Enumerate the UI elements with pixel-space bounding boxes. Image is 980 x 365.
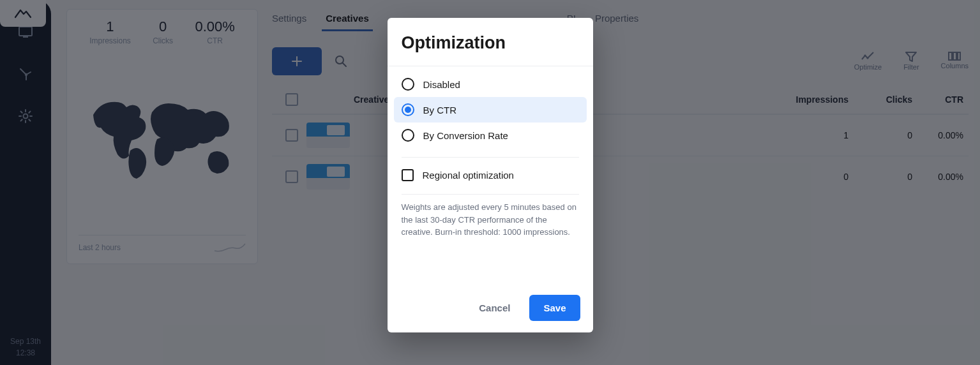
save-button[interactable]: Save [529,295,580,321]
regional-optimization-toggle[interactable]: Regional optimization [388,158,593,185]
optimization-options: Disabled By CTR By Conversion Rate [388,66,593,148]
optimization-dialog: Optimization Disabled By CTR By Conversi… [388,18,593,332]
opt-label: Disabled [423,79,460,90]
dialog-actions: Cancel Save [388,250,593,332]
radio-icon [402,129,414,142]
radio-icon [402,78,414,91]
opt-label: By CTR [423,105,457,115]
dialog-title: Optimization [388,18,593,66]
cancel-button[interactable]: Cancel [470,296,519,320]
modal-overlay[interactable]: Optimization Disabled By CTR By Conversi… [0,0,980,365]
opt-label: By Conversion Rate [423,130,508,141]
opt-by-conversion-rate[interactable]: By Conversion Rate [394,123,587,148]
regional-label: Regional optimization [423,170,514,181]
radio-icon [402,103,414,116]
opt-by-ctr[interactable]: By CTR [394,97,587,123]
optimization-help-text: Weights are adjusted every 5 minutes bas… [388,195,593,250]
checkbox-icon [402,169,414,181]
app-root: Sep 13th 12:38 1 Impressions 0 Clicks 0.… [0,0,980,365]
opt-disabled[interactable]: Disabled [394,71,587,97]
